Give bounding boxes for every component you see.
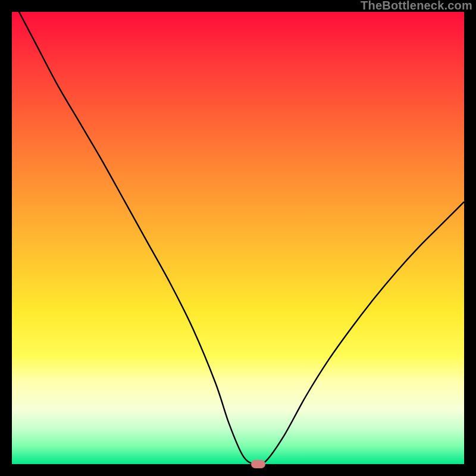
curve-svg <box>12 12 464 464</box>
plot-area <box>12 12 464 464</box>
watermark-text: TheBottleneck.com <box>361 0 472 12</box>
optimum-marker <box>251 460 265 468</box>
bottleneck-curve <box>12 12 464 464</box>
chart-frame: TheBottleneck.com <box>0 0 476 476</box>
